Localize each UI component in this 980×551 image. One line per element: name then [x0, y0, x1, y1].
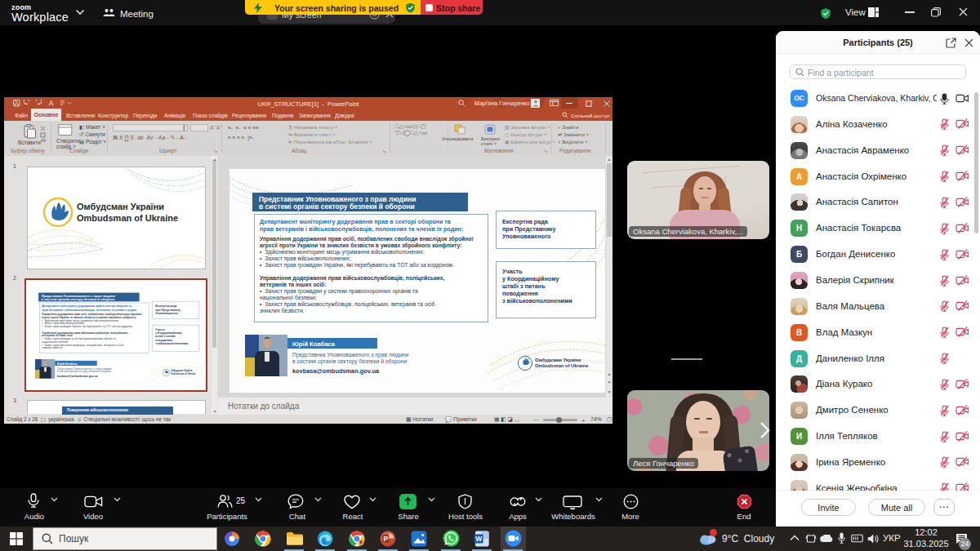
svg-text:Ombudsman of Ukraine: Ombudsman of Ukraine — [77, 213, 178, 223]
svg-text:Омбудсман України: Омбудсман України — [77, 202, 164, 211]
svg-text:W: W — [475, 535, 482, 543]
svg-text:P: P — [384, 535, 389, 543]
